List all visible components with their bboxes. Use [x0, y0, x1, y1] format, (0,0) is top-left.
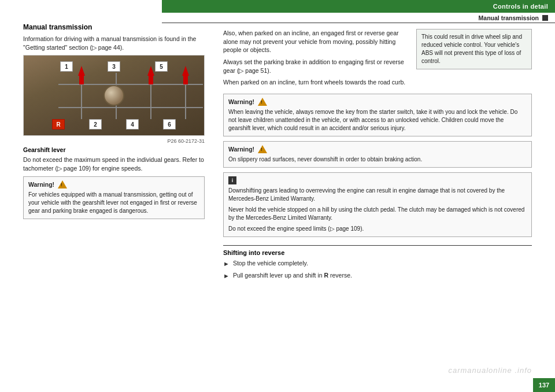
bullet-arrow-1: ►: [223, 260, 230, 268]
svg-marker-10: [182, 66, 189, 76]
gear-image: 1 3 5 R 2 4 6: [23, 55, 205, 136]
gear-3: 3: [108, 61, 120, 72]
watermark: carmanualonline .info: [448, 366, 532, 375]
bullet-item-1: ► Stop the vehicle completely.: [223, 259, 532, 268]
gear-knob: [103, 85, 124, 106]
gear-6: 6: [163, 119, 176, 130]
sub-header-subtitle: Manual transmission: [479, 14, 539, 21]
info-text-1: Downshifting gears leading to overrevvin…: [228, 187, 527, 203]
sub-header: Manual transmission: [162, 13, 555, 23]
gear-2: 2: [89, 119, 102, 130]
right-top-section: Also, when parked on an incline, an enga…: [223, 29, 532, 90]
bullet-item-2: ► Pull gearshift lever up and shift in R…: [223, 271, 532, 280]
left-section-title: Manual transmission: [23, 23, 205, 31]
bullet-text-2: Pull gearshift lever up and shift in R r…: [233, 271, 352, 280]
warning-3-text: On slippery road surfaces, never downshi…: [228, 156, 527, 164]
right-text-1: Also, when parked on an incline, an enga…: [223, 29, 410, 54]
warning-3-triangle-icon: [258, 145, 267, 153]
gear-description: Do not exceed the maximum speed in the i…: [23, 156, 205, 172]
gear-label: Gearshift lever: [23, 146, 205, 153]
warning-box-3: Warning! On slippery road surfaces, neve…: [223, 141, 532, 168]
warning-1-label: Warning!: [28, 181, 54, 188]
section-divider: [223, 245, 532, 246]
note-box-top: This could result in drive wheel slip an…: [416, 29, 532, 90]
drive-wheel-note: This could result in drive wheel slip an…: [416, 29, 532, 69]
shifting-subtitle: Shifting into reverse: [223, 249, 532, 256]
drive-wheel-note-text: This could result in drive wheel slip an…: [421, 33, 527, 65]
info-text-2: Never hold the vehicle stopped on a hill…: [228, 206, 527, 222]
warning-2-triangle-icon: [258, 98, 267, 106]
warning-box-2: Warning! When leaving the vehicle, alway…: [223, 94, 532, 136]
warning-1-triangle-icon: [58, 180, 67, 188]
svg-rect-7: [79, 76, 84, 84]
svg-rect-9: [149, 76, 153, 84]
right-text-3: When parked on an incline, turn front wh…: [223, 78, 410, 87]
gear-r: R: [52, 119, 65, 130]
header-bar: Controls in detail: [162, 0, 555, 13]
left-column: Manual transmission Information for driv…: [0, 0, 214, 392]
bullet-arrow-2: ►: [223, 272, 230, 280]
gear-5: 5: [155, 61, 168, 72]
warning-1-header: Warning!: [28, 180, 199, 188]
gear-1: 1: [60, 61, 73, 72]
gear-caption: P26 60-2172-31: [23, 138, 205, 144]
info-icon: i: [228, 176, 236, 184]
warning-3-header: Warning!: [228, 145, 527, 153]
warning-2-text: When leaving the vehicle, always remove …: [228, 108, 527, 132]
warning-3-label: Warning!: [228, 146, 254, 153]
warning-1-text: For vehicles equipped with a manual tran…: [28, 191, 199, 215]
intro-text: Information for driving with a manual tr…: [23, 35, 205, 51]
bullet-text-1: Stop the vehicle completely.: [233, 259, 308, 268]
warning-2-header: Warning!: [228, 98, 527, 106]
right-column: Also, when parked on an incline, an enga…: [214, 24, 555, 392]
warning-box-1: Warning! For vehicles equipped with a ma…: [23, 176, 205, 219]
right-top-left-texts: Also, when parked on an incline, an enga…: [223, 29, 410, 90]
header-title: Controls in detail: [493, 3, 548, 10]
info-text-3: Do not exceed the engine speed limits (▷…: [228, 225, 527, 233]
right-text-2: Always set the parking brake in addition…: [223, 58, 410, 75]
section-indicator-icon: [542, 15, 548, 21]
svg-rect-11: [183, 76, 188, 84]
info-box: i Downshifting gears leading to overrevv…: [223, 172, 532, 237]
warning-2-label: Warning!: [228, 98, 254, 105]
gear-4: 4: [126, 119, 139, 130]
